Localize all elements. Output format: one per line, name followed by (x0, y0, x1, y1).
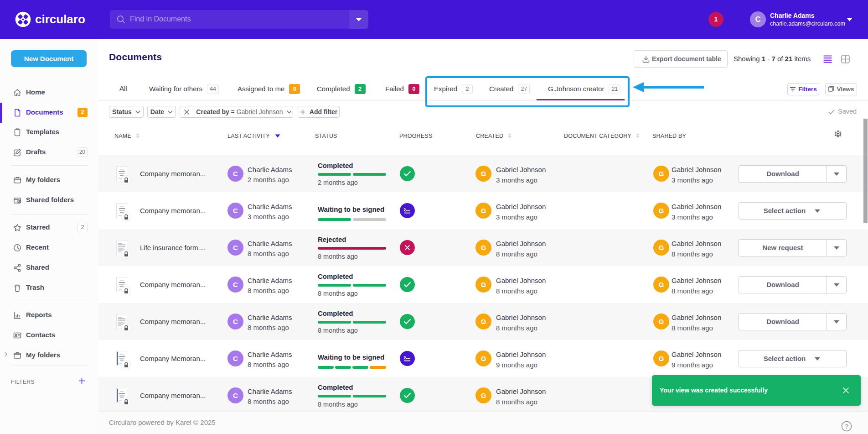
svg-text:?: ? (845, 423, 848, 430)
